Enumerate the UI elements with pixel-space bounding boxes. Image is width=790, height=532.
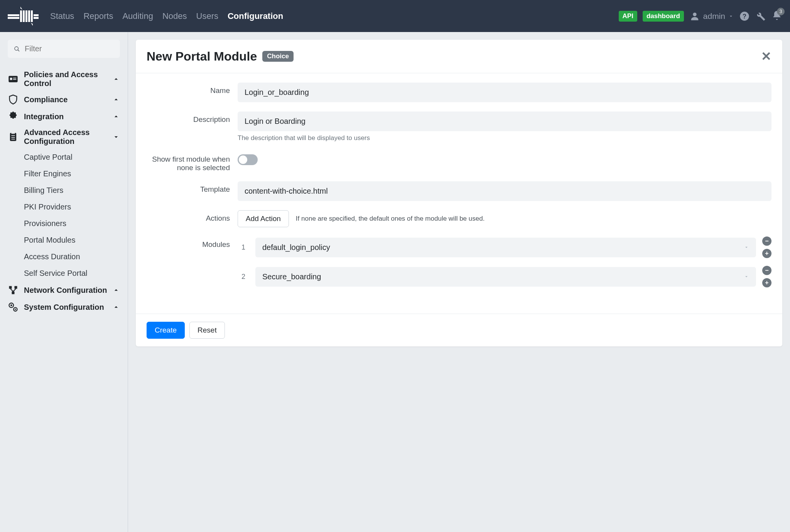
sidebar-sub-portal-modules[interactable]: Portal Modules (8, 232, 120, 248)
svg-rect-24 (15, 286, 17, 289)
network-icon (8, 285, 19, 296)
card-header: New Portal Module Choice ✕ (136, 40, 782, 73)
svg-rect-3 (23, 10, 25, 22)
module-actions: − + (762, 266, 771, 287)
app-logo (8, 7, 39, 26)
svg-point-31 (15, 309, 16, 310)
nav-auditing[interactable]: Auditing (122, 11, 153, 21)
module-actions: − + (762, 236, 771, 258)
svg-rect-4 (25, 10, 27, 22)
svg-rect-15 (10, 78, 12, 80)
chevron-up-icon (112, 303, 120, 311)
nav-configuration[interactable]: Configuration (228, 11, 283, 21)
module-select[interactable]: default_login_policy (255, 238, 756, 257)
dashboard-badge[interactable]: dashboard (643, 11, 684, 22)
row-actions: Actions Add Action If none are specified… (147, 210, 771, 227)
sidebar-sub-captive-portal[interactable]: Captive Portal (8, 149, 120, 166)
api-badge[interactable]: API (619, 11, 637, 22)
row-description: Description The description that will be… (147, 111, 771, 142)
sidebar-sub-billing-tiers[interactable]: Billing Tiers (8, 182, 120, 199)
template-label: Template (147, 181, 238, 194)
show-first-toggle[interactable] (238, 154, 258, 165)
svg-point-12 (15, 46, 18, 50)
sidebar-item-label: Advanced Access Configuration (24, 128, 112, 146)
sidebar-item-label: Policies and Access Control (24, 70, 112, 88)
sidebar-item-system[interactable]: System Configuration (8, 299, 120, 316)
svg-rect-20 (11, 135, 15, 136)
description-input[interactable] (238, 111, 771, 131)
form-card: New Portal Module Choice ✕ Name Descript… (136, 40, 782, 346)
puzzle-icon (8, 111, 19, 122)
svg-line-26 (10, 289, 13, 292)
sidebar-item-label: System Configuration (24, 303, 112, 312)
chevron-down-icon (112, 133, 120, 141)
row-show-first: Show first module when none is selected (147, 151, 771, 172)
row-name: Name (147, 83, 771, 102)
type-badge: Choice (262, 51, 294, 62)
sidebar-sub-provisioners[interactable]: Provisioners (8, 215, 120, 232)
sidebar-sub-self-service[interactable]: Self Service Portal (8, 265, 120, 282)
actions-help: If none are specified, the default ones … (296, 215, 485, 223)
sidebar-item-integration[interactable]: Integration (8, 108, 120, 125)
add-module-button[interactable]: + (762, 249, 771, 258)
sidebar-sub-pki-providers[interactable]: PKI Providers (8, 199, 120, 215)
close-button[interactable]: ✕ (761, 49, 771, 64)
id-card-icon (8, 74, 19, 84)
svg-rect-23 (9, 286, 12, 289)
template-input[interactable] (238, 181, 771, 201)
svg-rect-5 (28, 10, 30, 22)
nav-users[interactable]: Users (196, 11, 218, 21)
create-button[interactable]: Create (147, 322, 185, 339)
notifications[interactable]: 3 (771, 10, 782, 22)
reset-button[interactable]: Reset (189, 322, 225, 339)
nav-status[interactable]: Status (50, 11, 74, 21)
add-action-button[interactable]: Add Action (238, 210, 289, 227)
svg-rect-25 (12, 292, 15, 294)
chevron-up-icon (112, 113, 120, 120)
svg-rect-6 (31, 10, 33, 22)
sidebar-item-network[interactable]: Network Configuration (8, 282, 120, 299)
sidebar-item-label: Integration (24, 112, 112, 121)
module-index: 2 (238, 273, 249, 281)
description-help: The description that will be displayed t… (238, 134, 771, 142)
module-row: 1 default_login_policy − + (238, 236, 771, 258)
name-label: Name (147, 83, 238, 95)
sidebar-item-advanced[interactable]: Advanced Access Configuration (8, 125, 120, 149)
search-icon (14, 46, 20, 52)
main-nav: Status Reports Auditing Nodes Users Conf… (50, 11, 619, 21)
sidebar-sub-access-duration[interactable]: Access Duration (8, 248, 120, 265)
add-module-button[interactable]: + (762, 278, 771, 287)
sidebar-item-policies[interactable]: Policies and Access Control (8, 67, 120, 91)
top-header: Status Reports Auditing Nodes Users Conf… (0, 0, 790, 32)
svg-text:?: ? (743, 12, 746, 19)
svg-rect-0 (8, 14, 19, 16)
name-input[interactable] (238, 83, 771, 102)
sidebar-sub-filter-engines[interactable]: Filter Engines (8, 166, 120, 182)
module-index: 1 (238, 243, 249, 252)
sidebar-item-label: Network Configuration (24, 286, 112, 295)
user-menu[interactable]: admin (689, 11, 734, 22)
tools-icon[interactable] (755, 11, 766, 22)
svg-point-9 (693, 12, 696, 16)
notification-count: 3 (777, 8, 785, 15)
module-value: Secure_boarding (262, 272, 321, 281)
svg-line-27 (13, 289, 16, 292)
svg-rect-19 (11, 132, 15, 134)
modules-label: Modules (147, 236, 238, 249)
nav-nodes[interactable]: Nodes (162, 11, 187, 21)
remove-module-button[interactable]: − (762, 236, 771, 246)
shield-icon (8, 94, 19, 105)
remove-module-button[interactable]: − (762, 266, 771, 275)
svg-rect-8 (34, 17, 39, 19)
nav-reports[interactable]: Reports (83, 11, 113, 21)
description-label: Description (147, 111, 238, 124)
sidebar: Policies and Access Control Compliance I… (0, 32, 128, 532)
sidebar-item-label: Compliance (24, 95, 112, 104)
svg-rect-1 (8, 17, 19, 19)
module-select[interactable]: Secure_boarding (255, 267, 756, 287)
sidebar-item-compliance[interactable]: Compliance (8, 91, 120, 108)
filter-input[interactable] (25, 44, 114, 53)
sidebar-filter[interactable] (8, 40, 120, 58)
row-template: Template (147, 181, 771, 201)
help-icon[interactable]: ? (739, 11, 750, 22)
